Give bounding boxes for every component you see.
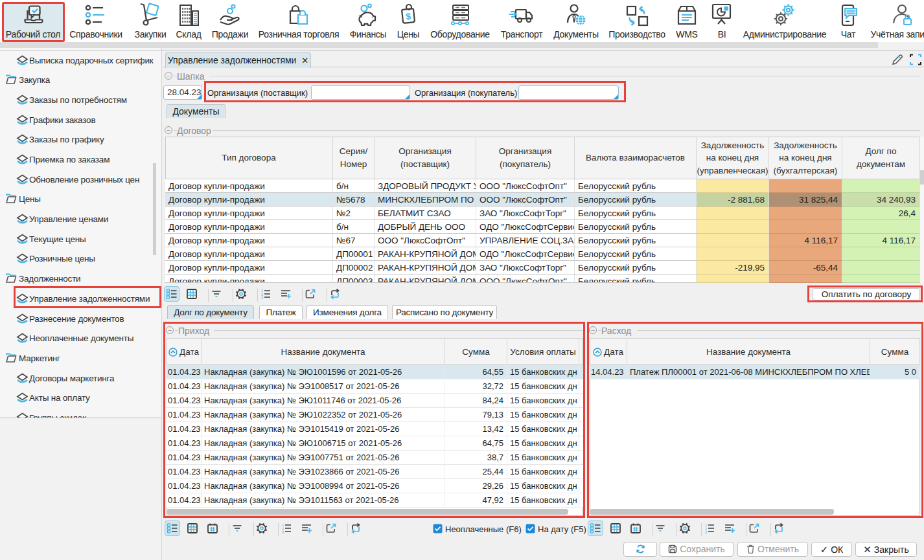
svg-text:3: 3 — [261, 296, 263, 300]
svg-text:3: 3 — [282, 530, 284, 534]
svg-text:3: 3 — [705, 530, 707, 534]
